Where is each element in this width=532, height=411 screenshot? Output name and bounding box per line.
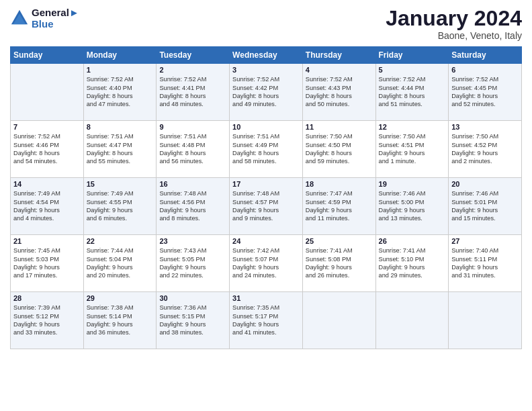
day-number: 9 (159, 123, 226, 131)
calendar-cell: 25Sunrise: 7:41 AMSunset: 5:08 PMDayligh… (302, 235, 375, 292)
calendar-cell: 23Sunrise: 7:43 AMSunset: 5:05 PMDayligh… (157, 235, 230, 292)
calendar-cell: 22Sunrise: 7:44 AMSunset: 5:04 PMDayligh… (83, 235, 157, 292)
calendar-week-5: 28Sunrise: 7:39 AMSunset: 5:12 PMDayligh… (11, 292, 522, 349)
logo-text: General► Blue (32, 7, 79, 30)
day-number: 31 (232, 294, 300, 302)
day-number: 5 (379, 66, 446, 74)
day-info: Sunrise: 7:38 AMSunset: 5:14 PMDaylight:… (87, 304, 154, 337)
day-number: 16 (159, 180, 226, 188)
day-number: 15 (87, 180, 154, 188)
calendar-cell: 16Sunrise: 7:48 AMSunset: 4:56 PMDayligh… (157, 178, 230, 235)
day-info: Sunrise: 7:49 AMSunset: 4:54 PMDaylight:… (13, 189, 81, 223)
calendar-cell: 24Sunrise: 7:42 AMSunset: 5:07 PMDayligh… (230, 235, 303, 292)
calendar-table: Sunday Monday Tuesday Wednesday Thursday… (10, 46, 522, 349)
calendar-week-2: 7Sunrise: 7:52 AMSunset: 4:46 PMDaylight… (11, 121, 522, 178)
col-tuesday: Tuesday (157, 47, 230, 64)
day-info: Sunrise: 7:52 AMSunset: 4:40 PMDaylight:… (87, 75, 154, 109)
page: General► Blue January 2024 Baone, Veneto… (0, 0, 532, 411)
calendar-cell: 8Sunrise: 7:51 AMSunset: 4:47 PMDaylight… (83, 121, 157, 178)
calendar-cell: 28Sunrise: 7:39 AMSunset: 5:12 PMDayligh… (11, 292, 84, 349)
day-number: 2 (159, 66, 226, 74)
day-info: Sunrise: 7:52 AMSunset: 4:43 PMDaylight:… (306, 75, 373, 109)
calendar-cell (375, 292, 449, 349)
col-monday: Monday (83, 47, 157, 64)
day-number: 6 (451, 66, 519, 74)
day-number: 13 (451, 123, 519, 131)
day-number: 21 (13, 237, 81, 245)
calendar-week-3: 14Sunrise: 7:49 AMSunset: 4:54 PMDayligh… (11, 178, 522, 235)
day-number: 29 (87, 294, 154, 302)
calendar-cell (302, 292, 375, 349)
day-number: 12 (379, 123, 446, 131)
day-info: Sunrise: 7:52 AMSunset: 4:46 PMDaylight:… (13, 132, 81, 166)
day-info: Sunrise: 7:39 AMSunset: 5:12 PMDaylight:… (13, 304, 81, 337)
calendar-cell: 18Sunrise: 7:47 AMSunset: 4:59 PMDayligh… (302, 178, 375, 235)
day-number: 23 (159, 237, 226, 245)
calendar-cell: 14Sunrise: 7:49 AMSunset: 4:54 PMDayligh… (11, 178, 84, 235)
col-saturday: Saturday (449, 47, 522, 64)
calendar-cell: 31Sunrise: 7:35 AMSunset: 5:17 PMDayligh… (230, 292, 303, 349)
calendar-cell (11, 64, 84, 121)
day-number: 22 (87, 237, 154, 245)
day-info: Sunrise: 7:51 AMSunset: 4:49 PMDaylight:… (232, 132, 300, 166)
day-info: Sunrise: 7:48 AMSunset: 4:56 PMDaylight:… (159, 189, 226, 223)
calendar-cell (449, 292, 522, 349)
day-info: Sunrise: 7:41 AMSunset: 5:08 PMDaylight:… (306, 246, 373, 280)
col-friday: Friday (375, 47, 449, 64)
day-info: Sunrise: 7:49 AMSunset: 4:55 PMDaylight:… (87, 189, 154, 223)
day-number: 3 (232, 66, 300, 74)
subtitle: Baone, Veneto, Italy (386, 30, 522, 41)
day-number: 25 (306, 237, 373, 245)
calendar-week-4: 21Sunrise: 7:45 AMSunset: 5:03 PMDayligh… (11, 235, 522, 292)
day-number: 11 (306, 123, 373, 131)
logo-icon (10, 9, 29, 28)
day-info: Sunrise: 7:41 AMSunset: 5:10 PMDaylight:… (379, 246, 446, 280)
day-number: 1 (87, 66, 154, 74)
logo: General► Blue (10, 7, 79, 30)
calendar-cell: 30Sunrise: 7:36 AMSunset: 5:15 PMDayligh… (157, 292, 230, 349)
day-info: Sunrise: 7:42 AMSunset: 5:07 PMDaylight:… (232, 246, 300, 280)
day-number: 20 (451, 180, 519, 188)
calendar-cell: 26Sunrise: 7:41 AMSunset: 5:10 PMDayligh… (375, 235, 449, 292)
calendar-cell: 6Sunrise: 7:52 AMSunset: 4:45 PMDaylight… (449, 64, 522, 121)
day-number: 7 (13, 123, 81, 131)
calendar-cell: 1Sunrise: 7:52 AMSunset: 4:40 PMDaylight… (83, 64, 157, 121)
day-number: 4 (306, 66, 373, 74)
day-info: Sunrise: 7:52 AMSunset: 4:45 PMDaylight:… (451, 75, 519, 109)
day-number: 14 (13, 180, 81, 188)
main-title: January 2024 (386, 7, 522, 30)
col-sunday: Sunday (11, 47, 84, 64)
day-number: 8 (87, 123, 154, 131)
calendar-cell: 11Sunrise: 7:50 AMSunset: 4:50 PMDayligh… (302, 121, 375, 178)
day-info: Sunrise: 7:48 AMSunset: 4:57 PMDaylight:… (232, 189, 300, 223)
day-info: Sunrise: 7:52 AMSunset: 4:42 PMDaylight:… (232, 75, 300, 109)
calendar-header-row: Sunday Monday Tuesday Wednesday Thursday… (11, 47, 522, 64)
calendar-cell: 19Sunrise: 7:46 AMSunset: 5:00 PMDayligh… (375, 178, 449, 235)
day-number: 28 (13, 294, 81, 302)
calendar-cell: 12Sunrise: 7:50 AMSunset: 4:51 PMDayligh… (375, 121, 449, 178)
day-info: Sunrise: 7:52 AMSunset: 4:41 PMDaylight:… (159, 75, 226, 109)
calendar-cell: 5Sunrise: 7:52 AMSunset: 4:44 PMDaylight… (375, 64, 449, 121)
calendar-cell: 7Sunrise: 7:52 AMSunset: 4:46 PMDaylight… (11, 121, 84, 178)
calendar-cell: 4Sunrise: 7:52 AMSunset: 4:43 PMDaylight… (302, 64, 375, 121)
day-info: Sunrise: 7:50 AMSunset: 4:51 PMDaylight:… (379, 132, 446, 166)
day-info: Sunrise: 7:35 AMSunset: 5:17 PMDaylight:… (232, 304, 300, 337)
day-info: Sunrise: 7:46 AMSunset: 5:00 PMDaylight:… (379, 189, 446, 223)
day-number: 17 (232, 180, 300, 188)
day-info: Sunrise: 7:47 AMSunset: 4:59 PMDaylight:… (306, 189, 373, 223)
calendar-cell: 13Sunrise: 7:50 AMSunset: 4:52 PMDayligh… (449, 121, 522, 178)
day-number: 24 (232, 237, 300, 245)
day-info: Sunrise: 7:36 AMSunset: 5:15 PMDaylight:… (159, 304, 226, 337)
day-info: Sunrise: 7:50 AMSunset: 4:50 PMDaylight:… (306, 132, 373, 166)
calendar-cell: 17Sunrise: 7:48 AMSunset: 4:57 PMDayligh… (230, 178, 303, 235)
calendar-cell: 2Sunrise: 7:52 AMSunset: 4:41 PMDaylight… (157, 64, 230, 121)
day-info: Sunrise: 7:51 AMSunset: 4:47 PMDaylight:… (87, 132, 154, 166)
day-number: 10 (232, 123, 300, 131)
calendar-cell: 9Sunrise: 7:51 AMSunset: 4:48 PMDaylight… (157, 121, 230, 178)
day-info: Sunrise: 7:40 AMSunset: 5:11 PMDaylight:… (451, 246, 519, 280)
day-number: 27 (451, 237, 519, 245)
day-info: Sunrise: 7:50 AMSunset: 4:52 PMDaylight:… (451, 132, 519, 166)
calendar-cell: 15Sunrise: 7:49 AMSunset: 4:55 PMDayligh… (83, 178, 157, 235)
day-number: 18 (306, 180, 373, 188)
col-thursday: Thursday (302, 47, 375, 64)
